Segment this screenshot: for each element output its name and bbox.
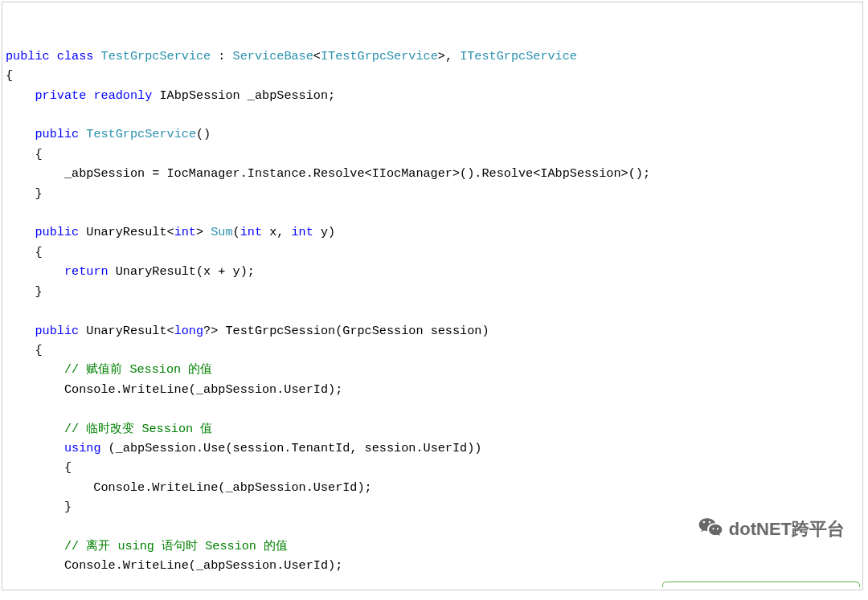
code-line: { bbox=[6, 458, 859, 477]
code-line: } bbox=[6, 184, 859, 203]
code-line bbox=[6, 105, 859, 124]
watermark: dotNET跨平台 bbox=[669, 497, 845, 561]
code-line: public UnaryResult<int> Sum(int x, int y… bbox=[6, 222, 859, 242]
code-line: Console.WriteLine(_abpSession.UserId); bbox=[6, 478, 859, 497]
code-line: public class TestGrpcService : ServiceBa… bbox=[6, 47, 859, 66]
code-line: public TestGrpcService() bbox=[6, 124, 859, 144]
corner-decoration bbox=[662, 582, 860, 587]
code-line: return UnaryResult(x + y); bbox=[6, 262, 859, 281]
code-line: { bbox=[6, 145, 859, 164]
code-block: public class TestGrpcService : ServiceBa… bbox=[2, 2, 863, 590]
code-line: // 赋值前 Session 的值 bbox=[6, 360, 859, 379]
code-line: using (_abpSession.Use(session.TenantId,… bbox=[6, 439, 859, 458]
code-line: { bbox=[6, 66, 859, 85]
code-line: } bbox=[6, 282, 859, 301]
code-line: { bbox=[6, 341, 859, 360]
code-line bbox=[6, 399, 859, 418]
code-line: // 临时改变 Session 值 bbox=[6, 419, 859, 439]
code-line: private readonly IAbpSession _abpSession… bbox=[6, 86, 859, 105]
code-line: _abpSession = IocManager.Instance.Resolv… bbox=[6, 164, 859, 183]
code-line: { bbox=[6, 243, 859, 262]
watermark-text: dotNET跨平台 bbox=[729, 520, 845, 539]
code-line bbox=[6, 203, 859, 222]
code-line bbox=[6, 301, 859, 320]
wechat-icon bbox=[669, 497, 723, 561]
code-line: Console.WriteLine(_abpSession.UserId); bbox=[6, 380, 859, 399]
code-line: public UnaryResult<long?> TestGrpcSessio… bbox=[6, 321, 859, 341]
